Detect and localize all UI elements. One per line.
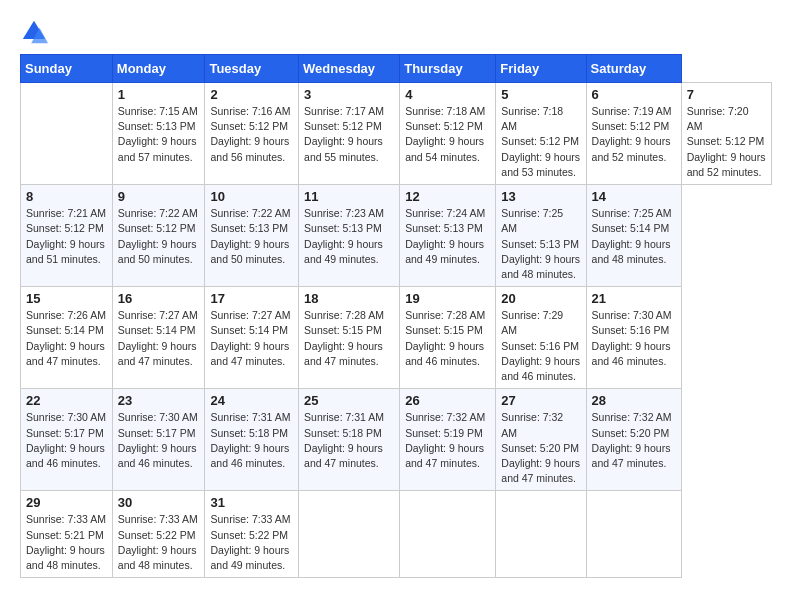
day-number: 21 — [592, 291, 676, 306]
day-info: Sunrise: 7:33 AMSunset: 5:21 PMDaylight:… — [26, 512, 107, 573]
day-info: Sunrise: 7:32 AMSunset: 5:19 PMDaylight:… — [405, 410, 490, 471]
day-number: 17 — [210, 291, 293, 306]
day-info: Sunrise: 7:32 AMSunset: 5:20 PMDaylight:… — [501, 410, 580, 486]
day-number: 8 — [26, 189, 107, 204]
day-info: Sunrise: 7:33 AMSunset: 5:22 PMDaylight:… — [118, 512, 200, 573]
calendar-day-cell: 3Sunrise: 7:17 AMSunset: 5:12 PMDaylight… — [299, 83, 400, 185]
day-number: 24 — [210, 393, 293, 408]
day-number: 30 — [118, 495, 200, 510]
day-info: Sunrise: 7:20 AMSunset: 5:12 PMDaylight:… — [687, 104, 766, 180]
calendar-day-cell: 10Sunrise: 7:22 AMSunset: 5:13 PMDayligh… — [205, 185, 299, 287]
day-number: 10 — [210, 189, 293, 204]
logo — [20, 18, 52, 46]
calendar-day-cell: 20Sunrise: 7:29 AMSunset: 5:16 PMDayligh… — [496, 287, 586, 389]
empty-cell — [21, 83, 113, 185]
day-number: 22 — [26, 393, 107, 408]
calendar-day-cell: 13Sunrise: 7:25 AMSunset: 5:13 PMDayligh… — [496, 185, 586, 287]
calendar-day-cell — [496, 491, 586, 578]
calendar-day-cell: 29Sunrise: 7:33 AMSunset: 5:21 PMDayligh… — [21, 491, 113, 578]
day-info: Sunrise: 7:31 AMSunset: 5:18 PMDaylight:… — [210, 410, 293, 471]
day-number: 14 — [592, 189, 676, 204]
day-number: 2 — [210, 87, 293, 102]
calendar-week-row: 22Sunrise: 7:30 AMSunset: 5:17 PMDayligh… — [21, 389, 772, 491]
calendar-day-cell: 2Sunrise: 7:16 AMSunset: 5:12 PMDaylight… — [205, 83, 299, 185]
day-info: Sunrise: 7:30 AMSunset: 5:17 PMDaylight:… — [118, 410, 200, 471]
day-number: 31 — [210, 495, 293, 510]
calendar-day-cell: 15Sunrise: 7:26 AMSunset: 5:14 PMDayligh… — [21, 287, 113, 389]
day-info: Sunrise: 7:23 AMSunset: 5:13 PMDaylight:… — [304, 206, 394, 267]
day-number: 4 — [405, 87, 490, 102]
logo-icon — [20, 18, 48, 46]
calendar-day-cell: 7Sunrise: 7:20 AMSunset: 5:12 PMDaylight… — [681, 83, 771, 185]
calendar-day-cell: 22Sunrise: 7:30 AMSunset: 5:17 PMDayligh… — [21, 389, 113, 491]
day-info: Sunrise: 7:19 AMSunset: 5:12 PMDaylight:… — [592, 104, 676, 165]
day-number: 28 — [592, 393, 676, 408]
calendar-header-friday: Friday — [496, 55, 586, 83]
day-info: Sunrise: 7:15 AMSunset: 5:13 PMDaylight:… — [118, 104, 200, 165]
day-info: Sunrise: 7:26 AMSunset: 5:14 PMDaylight:… — [26, 308, 107, 369]
calendar-day-cell: 28Sunrise: 7:32 AMSunset: 5:20 PMDayligh… — [586, 389, 681, 491]
calendar-table: SundayMondayTuesdayWednesdayThursdayFrid… — [20, 54, 772, 578]
day-info: Sunrise: 7:30 AMSunset: 5:17 PMDaylight:… — [26, 410, 107, 471]
calendar-day-cell: 11Sunrise: 7:23 AMSunset: 5:13 PMDayligh… — [299, 185, 400, 287]
day-info: Sunrise: 7:33 AMSunset: 5:22 PMDaylight:… — [210, 512, 293, 573]
calendar-day-cell: 26Sunrise: 7:32 AMSunset: 5:19 PMDayligh… — [400, 389, 496, 491]
calendar-header-wednesday: Wednesday — [299, 55, 400, 83]
day-info: Sunrise: 7:27 AMSunset: 5:14 PMDaylight:… — [118, 308, 200, 369]
day-number: 20 — [501, 291, 580, 306]
calendar-header-monday: Monday — [112, 55, 205, 83]
calendar-header-sunday: Sunday — [21, 55, 113, 83]
day-info: Sunrise: 7:22 AMSunset: 5:12 PMDaylight:… — [118, 206, 200, 267]
calendar-day-cell: 27Sunrise: 7:32 AMSunset: 5:20 PMDayligh… — [496, 389, 586, 491]
calendar-week-row: 15Sunrise: 7:26 AMSunset: 5:14 PMDayligh… — [21, 287, 772, 389]
day-info: Sunrise: 7:29 AMSunset: 5:16 PMDaylight:… — [501, 308, 580, 384]
page: SundayMondayTuesdayWednesdayThursdayFrid… — [0, 0, 792, 588]
day-number: 27 — [501, 393, 580, 408]
day-number: 7 — [687, 87, 766, 102]
day-info: Sunrise: 7:22 AMSunset: 5:13 PMDaylight:… — [210, 206, 293, 267]
day-number: 19 — [405, 291, 490, 306]
header — [20, 18, 772, 46]
calendar-day-cell: 18Sunrise: 7:28 AMSunset: 5:15 PMDayligh… — [299, 287, 400, 389]
day-number: 18 — [304, 291, 394, 306]
calendar-day-cell: 8Sunrise: 7:21 AMSunset: 5:12 PMDaylight… — [21, 185, 113, 287]
day-number: 9 — [118, 189, 200, 204]
calendar-day-cell: 17Sunrise: 7:27 AMSunset: 5:14 PMDayligh… — [205, 287, 299, 389]
day-number: 6 — [592, 87, 676, 102]
day-number: 5 — [501, 87, 580, 102]
day-number: 23 — [118, 393, 200, 408]
day-number: 15 — [26, 291, 107, 306]
calendar-day-cell: 31Sunrise: 7:33 AMSunset: 5:22 PMDayligh… — [205, 491, 299, 578]
day-info: Sunrise: 7:30 AMSunset: 5:16 PMDaylight:… — [592, 308, 676, 369]
day-info: Sunrise: 7:16 AMSunset: 5:12 PMDaylight:… — [210, 104, 293, 165]
day-info: Sunrise: 7:28 AMSunset: 5:15 PMDaylight:… — [304, 308, 394, 369]
day-number: 29 — [26, 495, 107, 510]
calendar-header-thursday: Thursday — [400, 55, 496, 83]
calendar-day-cell: 14Sunrise: 7:25 AMSunset: 5:14 PMDayligh… — [586, 185, 681, 287]
day-number: 3 — [304, 87, 394, 102]
calendar-week-row: 1Sunrise: 7:15 AMSunset: 5:13 PMDaylight… — [21, 83, 772, 185]
day-number: 11 — [304, 189, 394, 204]
day-number: 16 — [118, 291, 200, 306]
calendar-week-row: 8Sunrise: 7:21 AMSunset: 5:12 PMDaylight… — [21, 185, 772, 287]
day-info: Sunrise: 7:27 AMSunset: 5:14 PMDaylight:… — [210, 308, 293, 369]
calendar-day-cell: 21Sunrise: 7:30 AMSunset: 5:16 PMDayligh… — [586, 287, 681, 389]
day-info: Sunrise: 7:18 AMSunset: 5:12 PMDaylight:… — [405, 104, 490, 165]
calendar-day-cell: 1Sunrise: 7:15 AMSunset: 5:13 PMDaylight… — [112, 83, 205, 185]
calendar-day-cell: 25Sunrise: 7:31 AMSunset: 5:18 PMDayligh… — [299, 389, 400, 491]
day-info: Sunrise: 7:31 AMSunset: 5:18 PMDaylight:… — [304, 410, 394, 471]
calendar-day-cell: 12Sunrise: 7:24 AMSunset: 5:13 PMDayligh… — [400, 185, 496, 287]
day-number: 25 — [304, 393, 394, 408]
calendar-week-row: 29Sunrise: 7:33 AMSunset: 5:21 PMDayligh… — [21, 491, 772, 578]
calendar-day-cell: 30Sunrise: 7:33 AMSunset: 5:22 PMDayligh… — [112, 491, 205, 578]
calendar-day-cell: 9Sunrise: 7:22 AMSunset: 5:12 PMDaylight… — [112, 185, 205, 287]
day-number: 12 — [405, 189, 490, 204]
day-info: Sunrise: 7:24 AMSunset: 5:13 PMDaylight:… — [405, 206, 490, 267]
day-info: Sunrise: 7:21 AMSunset: 5:12 PMDaylight:… — [26, 206, 107, 267]
day-info: Sunrise: 7:28 AMSunset: 5:15 PMDaylight:… — [405, 308, 490, 369]
day-info: Sunrise: 7:25 AMSunset: 5:13 PMDaylight:… — [501, 206, 580, 282]
calendar-day-cell — [299, 491, 400, 578]
day-info: Sunrise: 7:32 AMSunset: 5:20 PMDaylight:… — [592, 410, 676, 471]
day-info: Sunrise: 7:25 AMSunset: 5:14 PMDaylight:… — [592, 206, 676, 267]
calendar-day-cell: 24Sunrise: 7:31 AMSunset: 5:18 PMDayligh… — [205, 389, 299, 491]
